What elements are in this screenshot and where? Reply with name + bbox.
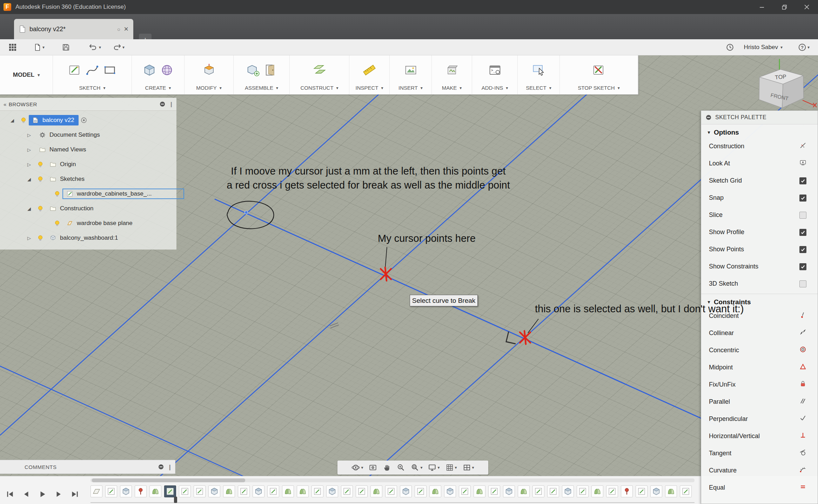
- visibility-bulb-icon[interactable]: [35, 234, 46, 242]
- ribbon-group-label[interactable]: INSPECT▾: [355, 85, 383, 91]
- visibility-bulb-icon[interactable]: [52, 219, 62, 227]
- browser-row[interactable]: ◢balcony v22: [0, 113, 176, 128]
- midpoint-icon[interactable]: [799, 363, 806, 372]
- timeline-feature-box-icon[interactable]: [208, 485, 220, 497]
- timeline-scrollbar-thumb[interactable]: [92, 478, 245, 482]
- save-button[interactable]: [59, 40, 73, 54]
- timeline-feature-sketch-icon[interactable]: [577, 485, 589, 497]
- timeline-feature-box-icon[interactable]: [444, 485, 456, 497]
- timeline-feature-sketch-icon[interactable]: [238, 485, 250, 497]
- browser-row[interactable]: ▷Document Settings: [0, 128, 176, 142]
- visibility-bulb-icon[interactable]: [18, 116, 29, 124]
- timeline-feature-sketch-icon[interactable]: [356, 485, 368, 497]
- show-constraints-checkbox[interactable]: [799, 263, 806, 270]
- ribbon-group-stop-sketch[interactable]: STOP SKETCH▾: [560, 55, 638, 94]
- timeline-feature-mirror-icon[interactable]: [591, 485, 603, 497]
- tool-icon[interactable]: [68, 63, 82, 79]
- tool-icon[interactable]: [103, 63, 117, 79]
- visibility-bulb-icon[interactable]: [35, 160, 46, 169]
- show-profile-checkbox[interactable]: [799, 229, 806, 236]
- timeline-feature-box-icon[interactable]: [326, 485, 338, 497]
- concentric-icon[interactable]: [799, 346, 806, 355]
- palette-option-show-profile[interactable]: Show Profile: [701, 224, 818, 241]
- ribbon-group-sketch[interactable]: SKETCH▾: [53, 55, 132, 94]
- palette-option-look-at[interactable]: Look At: [701, 155, 818, 172]
- construction-icon[interactable]: [799, 142, 806, 151]
- coincident-icon[interactable]: [799, 312, 806, 320]
- timeline-feature-sketch-icon[interactable]: [194, 485, 206, 497]
- horizvert-icon[interactable]: [799, 432, 806, 441]
- curvature-icon[interactable]: [799, 466, 806, 475]
- ribbon-group-modify[interactable]: MODIFY▾: [185, 55, 234, 94]
- ribbon-group-label[interactable]: ASSEMBLE▾: [245, 85, 278, 91]
- ribbon-group-label[interactable]: INSERT▾: [398, 85, 423, 91]
- pan-button[interactable]: [381, 463, 393, 472]
- browser-row[interactable]: ◢Sketches: [0, 172, 176, 186]
- ribbon-group-add-ins[interactable]: >_ADD-INS▾: [472, 55, 518, 94]
- timeline-scrollbar-track[interactable]: [90, 478, 695, 482]
- app-grid-button[interactable]: [5, 40, 20, 54]
- sketch-grid-checkbox[interactable]: [799, 177, 806, 184]
- timeline-feature-mirror-icon[interactable]: [665, 485, 677, 497]
- constraint-concentric[interactable]: Concentric: [701, 342, 818, 359]
- timeline-feature-sketch-icon[interactable]: [267, 485, 279, 497]
- expander-closed-icon[interactable]: ▷: [23, 236, 35, 241]
- expander-open-icon[interactable]: ◢: [6, 118, 18, 123]
- collapse-panel-icon[interactable]: «: [4, 101, 7, 107]
- timeline-feature-sketch-icon[interactable]: [311, 485, 323, 497]
- document-tab[interactable]: balcony v22* ○ ×: [14, 19, 133, 39]
- fixunfix-icon[interactable]: [799, 380, 806, 389]
- perpendicular-icon[interactable]: [799, 415, 806, 423]
- timeline-feature-box-icon[interactable]: [120, 485, 132, 497]
- ribbon-group-label[interactable]: CONSTRUCT▾: [300, 85, 338, 91]
- show-points-checkbox[interactable]: [799, 246, 806, 253]
- skip-to-start-button[interactable]: [4, 488, 17, 501]
- timeline-feature-sketch-icon[interactable]: [488, 485, 500, 497]
- timeline-feature-sketch-icon[interactable]: [341, 485, 353, 497]
- palette-option-show-constraints[interactable]: Show Constraints: [701, 258, 818, 275]
- tab-close-icon[interactable]: ×: [124, 25, 128, 33]
- timeline-feature-sketch-icon[interactable]: [459, 485, 471, 497]
- viewports-button[interactable]: ▾: [461, 463, 476, 472]
- zoom-button[interactable]: [395, 463, 407, 472]
- tool-icon[interactable]: [532, 63, 546, 79]
- tool-icon[interactable]: [160, 63, 174, 79]
- 3d-sketch-checkbox[interactable]: [799, 280, 806, 287]
- skip-to-end-button[interactable]: [68, 488, 81, 501]
- ribbon-group-assemble[interactable]: ASSEMBLE▾: [234, 55, 290, 94]
- sketch-point[interactable]: [245, 211, 248, 214]
- timeline-feature-pin-icon[interactable]: [135, 485, 147, 497]
- ribbon-group-label[interactable]: STOP SKETCH▾: [578, 85, 619, 91]
- restore-button[interactable]: [773, 0, 796, 14]
- constraint-coincident[interactable]: Coincident: [701, 307, 818, 325]
- timeline-feature-mirror-icon[interactable]: [149, 485, 161, 497]
- timeline-feature-mirror-icon[interactable]: [370, 485, 382, 497]
- constraint-fix-unfix[interactable]: Fix/UnFix: [701, 376, 818, 393]
- parallel-icon[interactable]: [799, 397, 806, 406]
- lookat-icon[interactable]: [799, 159, 806, 168]
- timeline-feature-box-icon[interactable]: [253, 485, 264, 497]
- constraint-tangent[interactable]: Tangent: [701, 445, 818, 462]
- palette-option-show-points[interactable]: Show Points: [701, 241, 818, 258]
- tool-icon[interactable]: [142, 63, 156, 79]
- look-at-button[interactable]: [367, 463, 379, 472]
- tool-icon[interactable]: [263, 63, 277, 79]
- palette-option-slice[interactable]: Slice: [701, 206, 818, 224]
- undo-button[interactable]: ▾: [85, 40, 105, 54]
- step-back-button[interactable]: [20, 488, 33, 501]
- timeline-feature-box-icon[interactable]: [400, 485, 412, 497]
- sketch-palette-header[interactable]: SKETCH PALETTE: [701, 111, 818, 124]
- tool-icon[interactable]: [592, 63, 606, 79]
- timeline-feature-mirror-icon[interactable]: [223, 485, 235, 497]
- ribbon-group-make[interactable]: MAKE▾: [432, 55, 472, 94]
- timeline-feature-mirror-icon[interactable]: [297, 485, 309, 497]
- timeline-feature-sketch-icon[interactable]: [385, 485, 397, 497]
- minimize-button[interactable]: [751, 0, 773, 14]
- timeline-slider[interactable]: [90, 502, 695, 503]
- tool-icon[interactable]: [445, 63, 459, 79]
- visibility-bulb-icon[interactable]: [35, 175, 46, 183]
- close-button[interactable]: [796, 0, 818, 14]
- sketch-line-middle[interactable]: [129, 53, 633, 504]
- timeline-feature-sketch-icon[interactable]: [606, 485, 618, 497]
- tool-icon[interactable]: [404, 63, 418, 79]
